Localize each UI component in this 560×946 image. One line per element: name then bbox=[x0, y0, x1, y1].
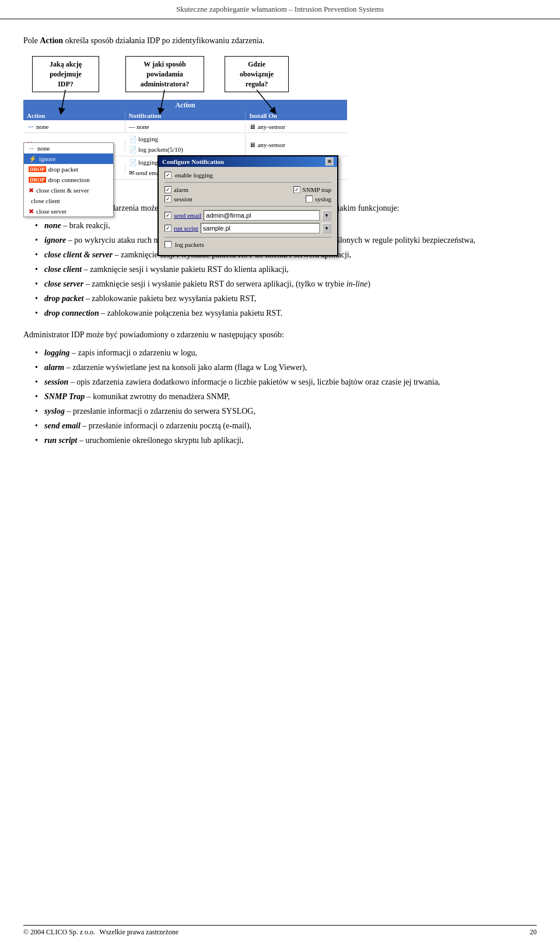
desc-session: opis zdarzenia zawiera dodatkowo informa… bbox=[76, 378, 440, 386]
dialog-close-button[interactable]: ✕ bbox=[326, 158, 334, 166]
session-checkbox[interactable] bbox=[164, 196, 172, 203]
close-server-menu-icon: ✖ bbox=[29, 208, 34, 215]
callout-3-text: Gdzieobowiązujereguła? bbox=[240, 60, 274, 88]
term-snmp: SNMP Trap bbox=[44, 392, 85, 401]
enable-logging-checkbox[interactable] bbox=[164, 172, 172, 179]
dropdown-item-ignore[interactable]: ⚡ ignore bbox=[24, 153, 113, 164]
desc-drop-connection: zablokowanie połączenia bez wysyłania pa… bbox=[107, 309, 283, 317]
run-script-dropdown[interactable]: ▼ bbox=[322, 223, 331, 233]
none-icon: ↔ bbox=[27, 122, 34, 131]
list-item: SNMP Trap – komunikat zwrotny do menadże… bbox=[35, 390, 537, 403]
page-footer: © 2004 CLICO Sp. z o.o. Wszelkie prawa z… bbox=[23, 925, 537, 937]
dropdown-item-none[interactable]: ↔ none bbox=[24, 143, 113, 153]
dialog-body: enable logging alarm SNMP trap bbox=[159, 167, 337, 255]
sep-close-both: – bbox=[113, 250, 121, 259]
dropdown-item-drop-packet[interactable]: DROP drop packet bbox=[24, 164, 113, 174]
sep-ignore: – bbox=[66, 236, 74, 245]
callout-box-3: Gdzieobowiązujereguła? bbox=[225, 56, 289, 92]
callout-box-1: Jaką akcjępodejmujeIDP? bbox=[32, 56, 99, 92]
list-item: run script – uruchomienie określonego sk… bbox=[35, 434, 537, 446]
run-script-label: run script bbox=[174, 225, 198, 232]
list-item: syslog – przesłanie informacji o zdarzen… bbox=[35, 405, 537, 417]
desc-syslog: przesłanie informacji o zdarzeniu do ser… bbox=[73, 407, 256, 416]
header-title: Skuteczne zapobieganie włamaniom – Intru… bbox=[176, 5, 384, 13]
desc-close-client: zamknięcie sesji i wysłanie pakietu RST … bbox=[90, 265, 289, 274]
intro-bold: Action bbox=[40, 36, 63, 45]
term-close-server: close server bbox=[44, 280, 83, 288]
footer-page-number: 20 bbox=[530, 928, 537, 937]
send-email-label: send email bbox=[174, 212, 201, 219]
log-packets-label: log packets bbox=[175, 241, 204, 248]
close-both-icon: ✖ bbox=[29, 187, 34, 194]
send-email-dropdown[interactable]: ▼ bbox=[322, 210, 331, 221]
session-label: session bbox=[174, 196, 192, 203]
body-intro-2: Administrator IDP może być powiadomiony … bbox=[23, 329, 537, 341]
intro-paragraph: Pole Action określa sposób działania IDP… bbox=[23, 34, 537, 47]
action-dropdown-menu[interactable]: ↔ none ⚡ ignore DROP drop packet DROP dr… bbox=[23, 142, 114, 217]
syslog-label: syslog bbox=[315, 196, 331, 203]
desc-send-email: przesłanie informacji o zdarzeniu pocztą… bbox=[89, 421, 251, 430]
callout-2-text: W jaki sposóbpowiadamiaadministratora? bbox=[141, 60, 189, 88]
snmp-trap-option: SNMP trap bbox=[293, 186, 331, 193]
alarm-checkbox[interactable] bbox=[164, 186, 172, 193]
sep-syslog: – bbox=[65, 407, 73, 416]
log-packets-checkbox[interactable] bbox=[164, 241, 172, 248]
page-header: Skuteczne zapobieganie włamaniom – Intru… bbox=[0, 0, 560, 19]
dropdown-item-close-server[interactable]: ✖ close server bbox=[24, 206, 113, 217]
desc-logging: zapis informacji o zdarzeniu w logu, bbox=[78, 348, 197, 357]
dialog-title-text: Configure Notification bbox=[162, 158, 224, 165]
run-script-checkbox[interactable] bbox=[164, 225, 172, 232]
dropdown-item-close-client[interactable]: close client bbox=[24, 196, 113, 206]
alarm-label: alarm bbox=[174, 186, 188, 193]
sep-session: – bbox=[68, 378, 76, 386]
list-item: alarm – zdarzenie wyświetlane jest na ko… bbox=[35, 361, 537, 373]
notification-cell: — none bbox=[125, 122, 246, 131]
drop-connection-icon: DROP bbox=[29, 177, 46, 183]
send-email-row: send email ▼ bbox=[164, 210, 331, 221]
desc-none: brak reakcji, bbox=[69, 221, 110, 230]
term-drop-connection: drop connection bbox=[44, 309, 99, 317]
configure-notification-dialog: Configure Notification ✕ enable logging bbox=[158, 155, 338, 256]
col-header-notification: Notification bbox=[125, 111, 246, 120]
sep-drop-connection: – bbox=[99, 309, 107, 317]
col-header-action: Action bbox=[23, 111, 125, 120]
action-cell: ↔ none bbox=[23, 121, 125, 132]
intro-text-suffix: określa sposób działania IDP po zidentyf… bbox=[63, 36, 264, 45]
desc-snmp: komunikat zwrotny do menadżera SNMP, bbox=[93, 392, 229, 401]
install-cell: 🖥 any-sensor bbox=[246, 122, 347, 131]
callout-1-text: Jaką akcjępodejmujeIDP? bbox=[50, 60, 82, 88]
send-email-input[interactable] bbox=[204, 210, 320, 221]
sep-none: – bbox=[61, 221, 69, 230]
sep-close-server: – bbox=[83, 280, 92, 288]
none-menu-icon: ↔ bbox=[29, 145, 35, 152]
body-section-2: Administrator IDP może być powiadomiony … bbox=[23, 329, 537, 446]
enable-logging-label: enable logging bbox=[175, 172, 213, 179]
send-email-checkbox[interactable] bbox=[164, 212, 172, 219]
intro-text-prefix: Pole bbox=[23, 36, 40, 45]
sep-drop-packet: – bbox=[83, 294, 92, 303]
desc-run-script: uruchomienie określonego skryptu lub apl… bbox=[85, 436, 243, 445]
col-header-install: Install On bbox=[246, 111, 347, 120]
session-syslog-row: session syslog bbox=[164, 196, 331, 203]
action-none-label: none bbox=[36, 123, 48, 130]
syslog-checkbox[interactable] bbox=[306, 196, 313, 203]
term-ignore: ignore bbox=[44, 236, 66, 245]
idp-table-header: Action Notification Install On bbox=[23, 111, 347, 120]
run-script-input[interactable] bbox=[201, 223, 320, 233]
list-item: session – opis zdarzenia zawiera dodatko… bbox=[35, 376, 537, 388]
sep-snmp: – bbox=[85, 392, 93, 401]
term-drop-packet: drop packet bbox=[44, 294, 83, 303]
dropdown-item-drop-connection[interactable]: DROP drop connection bbox=[24, 174, 113, 185]
alarm-snmp-row: alarm SNMP trap bbox=[164, 186, 331, 193]
callout-and-table: Jaką akcjępodejmujeIDP? W jaki sposóbpow… bbox=[23, 56, 350, 190]
snmp-trap-checkbox[interactable] bbox=[293, 186, 300, 193]
term-none: none bbox=[44, 221, 61, 230]
monitor-icon-2: 🖥 bbox=[249, 141, 256, 148]
install-cell-2: 🖥 any-sensor bbox=[246, 140, 347, 149]
session-option: session bbox=[164, 196, 192, 203]
desc-alarm: zdarzenie wyświetlane jest na konsoli ja… bbox=[72, 363, 307, 372]
term-run-script: run script bbox=[44, 436, 77, 445]
sep-logging: – bbox=[70, 348, 78, 357]
term-close-client: close client bbox=[44, 265, 82, 274]
dropdown-item-close-both[interactable]: ✖ close client & server bbox=[24, 185, 113, 196]
